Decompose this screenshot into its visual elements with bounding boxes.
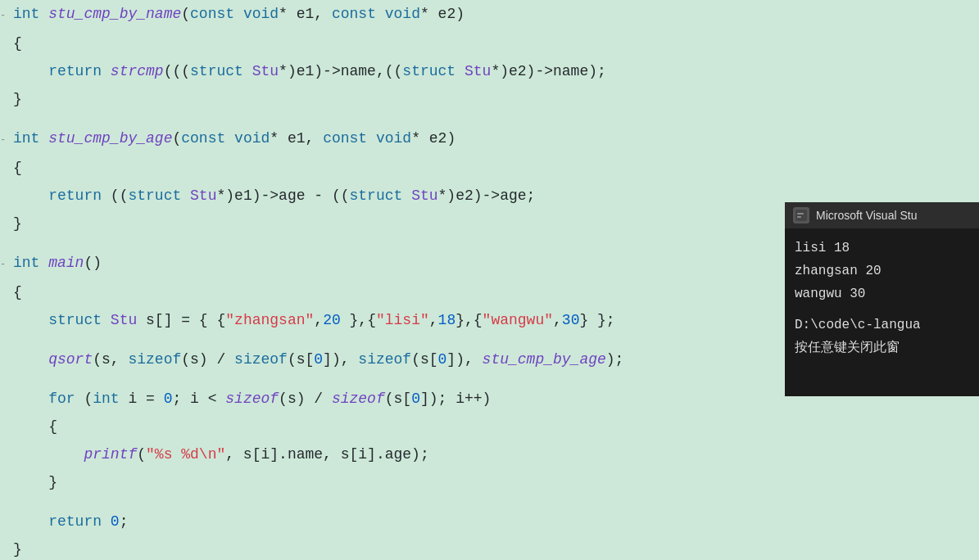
line-content: printf("%s %d\n", s[i].name, s[i].age); bbox=[7, 442, 786, 467]
line-content: return ((struct Stu*)e1)->age - ((struct… bbox=[7, 183, 786, 208]
line-content: return 0; bbox=[7, 509, 786, 534]
code-line-empty bbox=[0, 334, 786, 345]
line-content: int stu_cmp_by_name(const void* e1, cons… bbox=[7, 2, 786, 26]
code-line: -int stu_cmp_by_age(const void* e1, cons… bbox=[0, 124, 786, 154]
line-content: } bbox=[7, 470, 786, 495]
code-line: struct Stu s[] = { {"zhangsan",20 },{"li… bbox=[0, 306, 786, 334]
code-line: } bbox=[0, 535, 786, 560]
code-line: for (int i = 0; i < sizeof(s) / sizeof(s… bbox=[0, 385, 786, 413]
terminal-titlebar: Microsoft Visual Stu bbox=[785, 202, 979, 228]
code-line: } bbox=[0, 468, 786, 496]
code-line: return 0; bbox=[0, 508, 786, 535]
terminal-output-line: D:\code\c-langua bbox=[795, 314, 969, 336]
terminal-output-line: lisi 18 bbox=[795, 237, 969, 260]
code-line-empty bbox=[0, 113, 786, 124]
line-content: { bbox=[7, 280, 786, 305]
line-content: } bbox=[7, 537, 786, 560]
code-line: return ((struct Stu*)e1)->age - ((struct… bbox=[0, 182, 786, 210]
code-line: } bbox=[0, 85, 786, 113]
code-line-empty bbox=[0, 496, 786, 508]
terminal-output-line bbox=[795, 305, 969, 314]
line-marker: - bbox=[0, 252, 7, 277]
terminal-app-icon bbox=[793, 207, 809, 224]
line-content: } bbox=[7, 87, 786, 111]
code-line: } bbox=[0, 210, 786, 237]
code-line: { bbox=[0, 413, 786, 440]
svg-rect-2 bbox=[797, 216, 801, 218]
line-content: int main() bbox=[7, 251, 786, 275]
line-marker: - bbox=[0, 3, 7, 28]
terminal-output-line: zhangsan 20 bbox=[795, 260, 969, 282]
code-line: -int stu_cmp_by_name(const void* e1, con… bbox=[0, 0, 786, 29]
svg-rect-1 bbox=[797, 213, 804, 215]
code-line: printf("%s %d\n", s[i].name, s[i].age); bbox=[0, 440, 786, 468]
terminal-output-line: 按任意键关闭此窗 bbox=[795, 336, 969, 359]
svg-rect-0 bbox=[795, 210, 807, 221]
terminal-window: Microsoft Visual Stu lisi 18zhangsan 20w… bbox=[785, 202, 979, 396]
code-line: { bbox=[0, 278, 786, 306]
line-content: { bbox=[7, 414, 786, 439]
line-content: { bbox=[7, 156, 786, 180]
line-content: } bbox=[7, 211, 786, 236]
terminal-output-line: wangwu 30 bbox=[795, 282, 969, 305]
code-editor: -int stu_cmp_by_name(const void* e1, con… bbox=[0, 0, 786, 560]
line-content: for (int i = 0; i < sizeof(s) / sizeof(s… bbox=[7, 386, 786, 411]
line-content: return strcmp(((struct Stu*)e1)->name,((… bbox=[7, 59, 786, 84]
line-content: qsort(s, sizeof(s) / sizeof(s[0]), sizeo… bbox=[7, 347, 786, 372]
line-content: struct Stu s[] = { {"zhangsan",20 },{"li… bbox=[7, 308, 786, 332]
terminal-body: lisi 18zhangsan 20wangwu 30 D:\code\c-la… bbox=[785, 228, 979, 368]
line-marker: - bbox=[0, 128, 7, 152]
terminal-title-text: Microsoft Visual Stu bbox=[816, 209, 917, 222]
code-line: -int main() bbox=[0, 249, 786, 278]
code-line-empty bbox=[0, 237, 786, 249]
code-line: { bbox=[0, 29, 786, 57]
code-line-empty bbox=[0, 373, 786, 385]
line-content: int stu_cmp_by_age(const void* e1, const… bbox=[7, 126, 786, 151]
code-line: return strcmp(((struct Stu*)e1)->name,((… bbox=[0, 57, 786, 85]
line-content: { bbox=[7, 31, 786, 56]
code-line: { bbox=[0, 154, 786, 182]
code-line: qsort(s, sizeof(s) / sizeof(s[0]), sizeo… bbox=[0, 345, 786, 373]
